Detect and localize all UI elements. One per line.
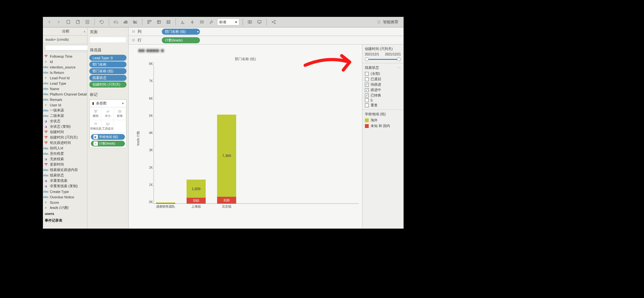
field-item[interactable]: 📅Followup Time — [43, 53, 87, 59]
rows-header: 行 — [129, 38, 161, 43]
status-checkbox[interactable]: 已转换 — [365, 93, 401, 98]
field-item[interactable]: AbcCreate Type — [43, 189, 87, 194]
field-item[interactable]: ◑全状态 (复制) — [43, 124, 87, 129]
mark-color[interactable]: 颜色 — [90, 107, 102, 120]
field-item[interactable]: Abc一级来源 — [43, 108, 87, 113]
pages-shelf[interactable] — [89, 37, 127, 43]
slider-handle-right[interactable] — [397, 57, 401, 61]
chevron-down-icon: ▾ — [235, 20, 237, 24]
field-item[interactable]: AbcLead Type — [43, 81, 87, 86]
field-item[interactable]: Abc意向程度 — [43, 151, 87, 156]
chart-canvas[interactable]: ■■ ■■■■ ■ 部门名称 (组) leads 计数 8K7K6K5K4K3K… — [129, 45, 362, 229]
filter-pill[interactable]: 线索状态 — [89, 75, 127, 81]
field-search-input[interactable] — [45, 45, 92, 51]
slider-track — [367, 59, 399, 60]
shelf-pill[interactable]: 计数(leads) — [162, 37, 200, 43]
y-axis-line — [154, 62, 154, 204]
field-item[interactable]: 📅初次跟进时间 — [43, 140, 87, 145]
filter-menu-icon[interactable]: ⋯ — [398, 66, 401, 69]
shelf-pill[interactable]: 部门名称 (组)▾ — [162, 29, 200, 35]
field-item[interactable]: Abcintention_source — [43, 64, 87, 70]
field-item[interactable]: ◑全状态 — [43, 118, 87, 124]
table-header-users[interactable]: users — [43, 210, 87, 217]
columns-shelf[interactable]: 部门名称 (组)▾ — [161, 29, 403, 35]
sort-asc-button[interactable] — [122, 18, 129, 26]
fit-mode-select[interactable]: 标准 ▾ — [217, 18, 239, 25]
field-item[interactable]: AbcRemark — [43, 97, 87, 102]
share-button[interactable] — [270, 18, 277, 26]
field-item[interactable]: #Lead Pool Id — [43, 75, 87, 81]
status-checkbox[interactable]: (全部) — [365, 71, 401, 76]
field-item[interactable]: 📅更新时间 — [43, 162, 87, 167]
svg-rect-0 — [67, 20, 70, 24]
bar-group[interactable]: 成都销售团队 — [156, 202, 175, 204]
field-item[interactable]: #User Id — [43, 102, 87, 108]
field-item[interactable]: AbcOverdue Notice — [43, 194, 87, 200]
pin-button[interactable] — [188, 18, 196, 26]
status-filter-card: 线索状态 ⋯ (全部)已退回待跟进跟进中已转换5重复 — [362, 63, 403, 110]
back-button[interactable] — [45, 18, 53, 26]
totals-button[interactable] — [155, 18, 163, 26]
analysis-tab[interactable]: 分析 ‹ — [43, 27, 87, 36]
smart-recommend-button[interactable]: 智能推荐 — [374, 19, 401, 25]
presentation-button[interactable] — [256, 18, 263, 26]
mark-size[interactable]: 大小 — [102, 107, 114, 120]
label-button[interactable] — [198, 18, 206, 26]
field-item[interactable]: ◑非重复线索 — [43, 178, 87, 183]
field-item[interactable]: Abc线索最近跟进内容 — [43, 167, 87, 173]
field-item[interactable]: Abc二级来源 — [43, 113, 87, 118]
highlight-button[interactable] — [179, 18, 187, 26]
filter-pill[interactable]: Lead Type: 0 — [89, 55, 127, 61]
status-checkbox[interactable]: 待跟进 — [365, 82, 401, 87]
field-item[interactable]: AbcIs Return — [43, 70, 87, 75]
field-item[interactable]: #Score — [43, 200, 87, 205]
swap-button[interactable] — [112, 18, 120, 26]
new-worksheet-button[interactable] — [84, 18, 91, 26]
legend-item[interactable]: 海外 — [365, 118, 401, 123]
filters-shelf[interactable]: Lead Type: 0部门名称部门名称 (组)线索状态创建时间 (只到天) — [89, 55, 127, 88]
field-item[interactable]: AbcName — [43, 86, 87, 91]
field-item[interactable]: #Id — [43, 59, 87, 64]
status-checkbox[interactable]: 5 — [365, 98, 401, 102]
field-item[interactable]: AbcPlatform Channel Detail — [43, 91, 87, 97]
field-item[interactable]: 📅创建时间 — [43, 129, 87, 135]
save-button[interactable] — [65, 18, 72, 26]
marks-type-select[interactable]: ▮ 条形图 ▾ — [90, 100, 126, 107]
bar-group[interactable]: 5501,609上海组 — [187, 180, 206, 204]
bar-group[interactable]: 6387,369北京组 — [217, 115, 236, 204]
legend-title: 学校地域 (组) — [365, 112, 401, 117]
field-item[interactable]: Abc协同人id — [43, 145, 87, 151]
field-item[interactable]: 📅创建时间 (只到天) — [43, 135, 87, 140]
mark-color-pill[interactable]: ◧学校地域 (组) — [91, 134, 125, 140]
field-item[interactable]: Abc线索状态 — [43, 173, 87, 178]
datasource-name[interactable]: leads+ (crmdb) — [43, 36, 87, 44]
sort-desc-button[interactable] — [131, 18, 139, 26]
status-checkbox[interactable]: 已退回 — [365, 77, 401, 82]
filter-pill[interactable]: 创建时间 (只到天) — [89, 82, 127, 88]
field-item[interactable]: ◑无效线索 — [43, 156, 87, 162]
mark-tooltip[interactable]: 工具提示 — [102, 120, 114, 133]
filters-header: 筛选器 — [87, 46, 128, 54]
status-checkbox[interactable]: 跟进中 — [365, 88, 401, 92]
group-button[interactable] — [146, 18, 153, 26]
mark-label-pill[interactable]: T计数(leads) — [91, 141, 125, 146]
table-header-events[interactable]: 事件记录表 — [43, 217, 87, 224]
field-item[interactable]: #leads (计数) — [43, 205, 87, 210]
date-slider[interactable] — [365, 57, 401, 61]
filter-pill[interactable]: 部门名称 (组) — [89, 68, 127, 74]
field-item[interactable]: ◑非重复线索 (复制) — [43, 183, 87, 189]
mark-detail[interactable]: 详细信息 — [90, 120, 102, 133]
new-data-button[interactable] — [74, 18, 82, 26]
show-labels-button[interactable] — [165, 18, 172, 26]
forward-button[interactable] — [55, 18, 63, 26]
status-checklist: (全部)已退回待跟进跟进中已转换5重复 — [365, 71, 401, 108]
rows-shelf[interactable]: 计数(leads) — [161, 37, 403, 43]
mark-label[interactable]: 标签 — [114, 107, 126, 120]
slider-handle-left[interactable] — [365, 57, 369, 61]
legend-item[interactable]: 未知 和 国内 — [365, 124, 401, 128]
refresh-button[interactable] — [98, 18, 106, 26]
show-cards-button[interactable] — [246, 18, 254, 26]
format-button[interactable] — [208, 18, 215, 26]
filter-pill[interactable]: 部门名称 — [89, 61, 127, 67]
status-checkbox[interactable]: 重复 — [365, 103, 401, 108]
